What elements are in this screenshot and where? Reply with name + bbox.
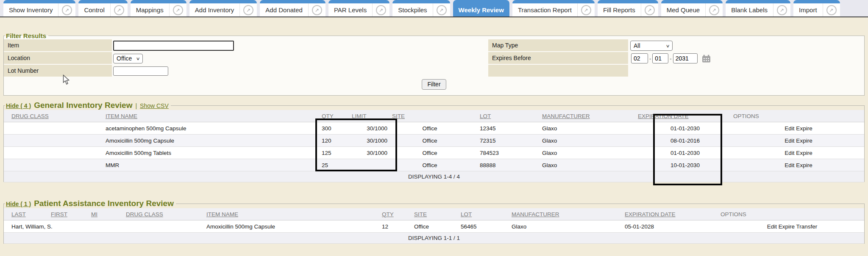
tab-control[interactable]: Control↗ [78,0,127,17]
tab-show-inventory[interactable]: Show Inventory↗ [3,0,75,17]
col-header-lot[interactable]: LOT [457,208,508,220]
col-header-options: OPTIONS [720,208,864,220]
lot-number-input[interactable] [113,66,168,76]
cell-site: Office [392,147,468,159]
tab-mappings[interactable]: Mappings↗ [131,0,186,17]
cell-drug-class [4,147,99,159]
expires-day-input[interactable] [652,53,668,63]
map-type-label: Map Type [488,39,628,52]
tab-accent-bar [793,0,840,3]
tab-accent-bar [3,0,75,3]
empty-label-cell [488,65,628,77]
tab-med-queue[interactable]: Med Queue↗ [661,0,723,17]
tab-accent-bar [453,0,509,3]
external-link-icon[interactable]: ↗ [173,5,183,15]
tab-stockpiles[interactable]: Stockpiles↗ [392,0,450,17]
top-tab-bar: Show Inventory↗ Control↗ Mappings↗ Add I… [0,0,868,17]
cell-expiration-date: 10-01-2030 [637,159,733,171]
tab-fill-reports[interactable]: Fill Reports↗ [598,0,658,17]
external-link-icon[interactable]: ↗ [645,5,655,15]
filter-button[interactable]: Filter [422,79,446,90]
external-link-icon[interactable]: ↗ [709,5,719,15]
tab-weekly-review-active[interactable]: Weekly Review [453,0,509,17]
edit-expire-links[interactable]: Edit Expire [733,122,864,135]
filter-results-panel: Filter Results Item Map Type All ∨ Locat… [3,32,865,96]
location-select[interactable]: Office ∨ [113,54,143,63]
col-header-drug-class[interactable]: DRUG CLASS [118,208,199,220]
cell-drug-class [4,159,99,171]
cell-expiration-date: 01-01-2030 [637,147,733,159]
external-link-icon[interactable]: ↗ [826,5,837,15]
expires-before-label: Expires Before [488,52,628,65]
edit-expire-links[interactable]: Edit Expire [733,147,864,159]
col-header-mi[interactable]: MI [91,208,118,220]
tab-accent-bar [189,0,257,3]
edit-expire-links[interactable]: Edit Expire [733,135,864,147]
col-header-first[interactable]: FIRST [50,208,91,220]
external-link-icon[interactable]: ↗ [114,5,124,15]
cell-manufacturer: Glaxo [531,159,637,171]
item-input[interactable] [113,41,234,51]
lot-number-label: Lot Number [4,65,112,77]
col-header-qty[interactable]: QTY [377,208,411,220]
cell-limit: 30/1000 [351,122,392,135]
tab-import[interactable]: Import↗ [793,0,840,17]
external-link-icon[interactable]: ↗ [376,5,386,15]
patient-paging-status: DISPLAYING 1-1 / 1 [4,233,864,244]
tab-blank-labels[interactable]: Blank Labels↗ [726,0,790,17]
cell-qty: 25 [315,159,351,171]
map-type-select[interactable]: All ∨ [630,41,673,51]
external-link-icon[interactable]: ↗ [243,5,253,15]
general-paging-status: DISPLAYING 1-4 / 4 [4,171,864,182]
tab-add-donated[interactable]: Add Donated↗ [260,0,326,17]
patient-review-title: Patient Assistance Inventory Review [34,199,174,208]
expires-month-input[interactable] [631,53,648,63]
patient-hide-link[interactable]: Hide ( 1 ) [6,201,31,207]
cell-drug-class [4,135,99,147]
external-link-icon[interactable]: ↗ [312,5,322,15]
calendar-icon[interactable] [702,55,711,63]
general-hide-link[interactable]: Hide ( 4 ) [6,102,31,109]
external-link-icon[interactable]: ↗ [581,5,591,15]
filter-results-legend: Filter Results [5,32,48,39]
col-header-limit[interactable]: LIMIT [351,110,392,122]
cell-limit [351,159,392,171]
col-header-site[interactable]: SITE [411,208,457,220]
general-review-title: General Inventory Review [34,101,132,110]
cell-lot: 784523 [468,147,531,159]
col-header-expiration-date[interactable]: EXPIRATION DATE [618,208,720,220]
col-header-qty[interactable]: QTY [315,110,351,122]
tab-par-levels[interactable]: PAR Levels↗ [328,0,389,17]
show-csv-link[interactable]: Show CSV [140,102,169,109]
tab-transaction-report[interactable]: Transaction Report↗ [512,0,595,17]
cell-expiration-date: 08-01-2016 [637,135,733,147]
col-header-manufacturer[interactable]: MANUFACTURER [508,208,618,220]
external-link-icon[interactable]: ↗ [777,5,787,15]
col-header-item-name[interactable]: ITEM NAME [199,208,377,220]
cell-site: Office [392,122,468,135]
edit-expire-links[interactable]: Edit Expire [733,159,864,171]
cell-lot: 56465 [457,220,508,233]
tab-add-inventory[interactable]: Add Inventory↗ [189,0,257,17]
col-header-last[interactable]: LAST [4,208,50,220]
tab-label: Import [793,6,823,14]
external-link-icon[interactable]: ↗ [62,5,72,15]
cell-item-name: MMR [99,159,315,171]
cell-qty: 125 [315,147,351,159]
tab-accent-bar [661,0,723,3]
item-label: Item [4,39,112,52]
tab-label: Fill Reports [598,6,641,14]
edit-expire-transfer-links[interactable]: Edit Expire Transfer [720,220,864,233]
col-header-lot[interactable]: LOT [468,110,531,122]
col-header-expiration-date[interactable]: EXPIRATION DATE [637,110,733,122]
tab-label: Transaction Report [512,6,577,14]
external-link-icon[interactable]: ↗ [437,5,447,15]
tab-accent-bar [392,0,450,3]
expires-year-input[interactable] [673,53,698,63]
cell-drug-class [118,220,199,233]
cell-site: Office [392,135,468,147]
col-header-site[interactable]: SITE [392,110,468,122]
col-header-drug-class[interactable]: DRUG CLASS [4,110,99,122]
col-header-item-name[interactable]: ITEM NAME [99,110,315,122]
col-header-manufacturer[interactable]: MANUFACTURER [531,110,637,122]
